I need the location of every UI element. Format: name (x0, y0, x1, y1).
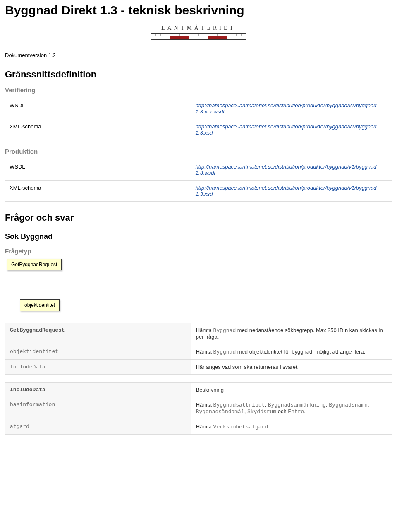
mono-term: Byggnadsattribut (213, 402, 265, 408)
mono-term: Verksamhetsatgard (213, 424, 268, 430)
produktion-val: http://namespace.lantmateriet.se/distrib… (191, 181, 392, 202)
produktion-key: WSDL (5, 159, 191, 181)
doc-version: Dokumentversion 1.2 (5, 52, 392, 58)
desc-val: Beskrivning (191, 383, 392, 397)
desc-val: Hämta Byggnad med objektidentitet för by… (191, 344, 392, 360)
desc-key: IncludeData (5, 360, 191, 375)
section-interface-heading: Gränssnittsdefinition (5, 69, 392, 80)
desc-key: atgard (5, 419, 191, 435)
desc-val: Hämta Byggnad med nedanstående sökbegrep… (191, 323, 392, 344)
table-row: objektidentitetHämta Byggnad med objekti… (5, 344, 392, 360)
table-row: atgardHämta Verksamhetsatgard. (5, 419, 392, 435)
xsd-link[interactable]: http://namespace.lantmateriet.se/distrib… (196, 123, 378, 136)
mono-term: Entre (288, 409, 304, 415)
verifiering-table: WSDL http://namespace.lantmateriet.se/di… (5, 98, 392, 140)
diagram-root-node: GetByggnadRequest (7, 259, 62, 270)
produktion-heading: Produktion (5, 148, 392, 155)
table-row: IncludeDataHär anges vad som ska returne… (5, 360, 392, 375)
mono-term: Byggnad (213, 349, 236, 355)
produktion-table: WSDL http://namespace.lantmateriet.se/di… (5, 159, 392, 202)
logo-text: LANTMÄTERIET (151, 25, 246, 31)
mono-term: Skyddsrum (247, 409, 276, 415)
wsdl-link[interactable]: http://namespace.lantmateriet.se/distrib… (196, 102, 378, 115)
section-search-heading: Sök Byggnad (5, 232, 392, 241)
page-title: Byggnad Direkt 1.3 - teknisk beskrivning (5, 3, 392, 17)
desc-val: Hämta Verksamhetsatgard. (191, 419, 392, 435)
verifiering-key: WSDL (5, 98, 191, 119)
verifiering-key: XML-schema (5, 119, 191, 140)
table-row: WSDL http://namespace.lantmateriet.se/di… (5, 98, 392, 119)
table-row: XML-schema http://namespace.lantmateriet… (5, 181, 392, 202)
verifiering-val: http://namespace.lantmateriet.se/distrib… (191, 98, 392, 119)
desc-key: basinformation (5, 397, 191, 419)
section-qa-heading: Frågor och svar (5, 212, 392, 223)
logo-ruler-icon (151, 33, 246, 40)
diagram-child-node: objektidentitet (20, 299, 60, 311)
mono-term: Byggnadsanmärkning (268, 402, 326, 408)
table-row: IncludeDataBeskrivning (5, 383, 392, 397)
desc-key: GetByggnadRequest (5, 323, 191, 344)
diagram-connector (40, 270, 40, 299)
logo: LANTMÄTERIET (5, 25, 392, 40)
include-table: IncludeDataBeskrivningbasinformationHämt… (5, 382, 392, 435)
produktion-key: XML-schema (5, 181, 191, 202)
desc-val: Hämta Byggnadsattribut, Byggnadsanmärkni… (191, 397, 392, 419)
verifiering-val: http://namespace.lantmateriet.se/distrib… (191, 119, 392, 140)
mono-term: Byggnadsnamn (329, 402, 368, 408)
fragetyp-heading: Frågetyp (5, 248, 392, 255)
verifiering-heading: Verifiering (5, 87, 392, 94)
mono-term: Byggnadsändamål (196, 409, 244, 415)
desc-key: IncludeData (5, 383, 191, 397)
table-row: XML-schema http://namespace.lantmateriet… (5, 119, 392, 140)
request-diagram: GetByggnadRequest objektidentitet (7, 259, 392, 311)
mono-term: Byggnad (213, 327, 236, 334)
desc-val: Här anges vad som ska returneras i svare… (191, 360, 392, 375)
table-row: GetByggnadRequestHämta Byggnad med nedan… (5, 323, 392, 344)
produktion-val: http://namespace.lantmateriet.se/distrib… (191, 159, 392, 181)
table-row: basinformationHämta Byggnadsattribut, By… (5, 397, 392, 419)
request-table: GetByggnadRequestHämta Byggnad med nedan… (5, 323, 392, 375)
xsd-link[interactable]: http://namespace.lantmateriet.se/distrib… (196, 185, 378, 197)
wsdl-link[interactable]: http://namespace.lantmateriet.se/distrib… (196, 164, 378, 176)
table-row: WSDL http://namespace.lantmateriet.se/di… (5, 159, 392, 181)
desc-key: objektidentitet (5, 344, 191, 360)
